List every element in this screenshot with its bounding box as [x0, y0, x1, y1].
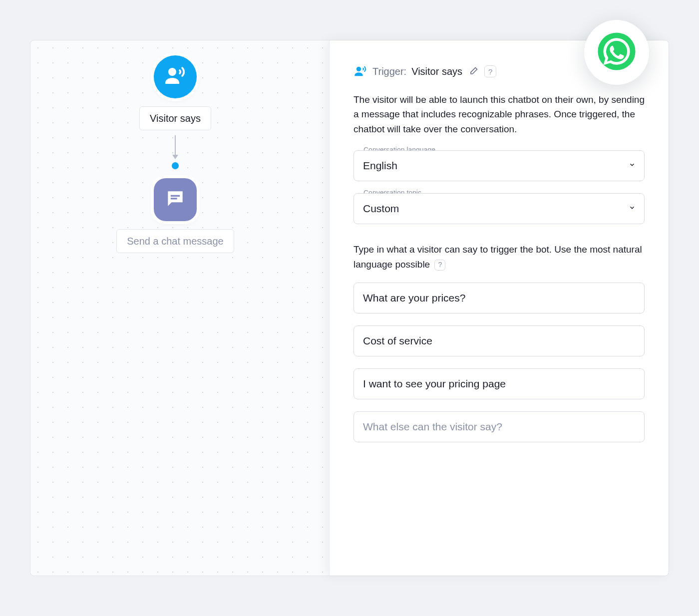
person-speaking-icon — [163, 64, 187, 90]
trigger-phrase-input[interactable] — [353, 325, 645, 356]
trigger-phrase-input[interactable] — [353, 368, 645, 399]
topic-field: Conversation topic Custom — [353, 193, 645, 224]
svg-rect-2 — [171, 198, 177, 199]
trigger-description: The visitor will be able to launch this … — [353, 92, 645, 136]
action-node[interactable] — [154, 178, 197, 221]
edit-trigger-name-button[interactable] — [467, 65, 479, 77]
trigger-config-panel: Trigger: Visitor says ? The visitor will… — [329, 40, 669, 576]
phrases-help-button[interactable]: ? — [434, 260, 445, 271]
trigger-prefix: Trigger: — [372, 66, 406, 77]
svg-point-0 — [168, 68, 176, 76]
svg-point-3 — [356, 67, 361, 71]
whatsapp-badge — [584, 20, 649, 85]
flow-connector — [172, 135, 179, 169]
chat-message-icon — [164, 188, 186, 212]
language-select[interactable]: English — [353, 150, 645, 181]
language-field: Conversation language English — [353, 150, 645, 181]
action-node-label: Send a chat message — [116, 229, 234, 253]
flow-area: Visitor says Send a chat message — [110, 55, 240, 253]
svg-rect-1 — [171, 195, 180, 197]
trigger-phrase-input[interactable] — [353, 283, 645, 313]
trigger-node-label: Visitor says — [139, 106, 211, 130]
phrases-instruction: Type in what a visitor can say to trigge… — [353, 242, 645, 272]
new-trigger-phrase-input[interactable] — [353, 411, 645, 442]
trigger-name: Visitor says — [411, 66, 462, 77]
person-speaking-icon — [353, 64, 367, 78]
trigger-node[interactable] — [154, 55, 197, 98]
trigger-help-button[interactable]: ? — [484, 65, 496, 77]
whatsapp-icon — [596, 31, 637, 74]
flow-canvas[interactable]: Visitor says Send a chat message — [30, 40, 669, 576]
topic-select[interactable]: Custom — [353, 193, 645, 224]
